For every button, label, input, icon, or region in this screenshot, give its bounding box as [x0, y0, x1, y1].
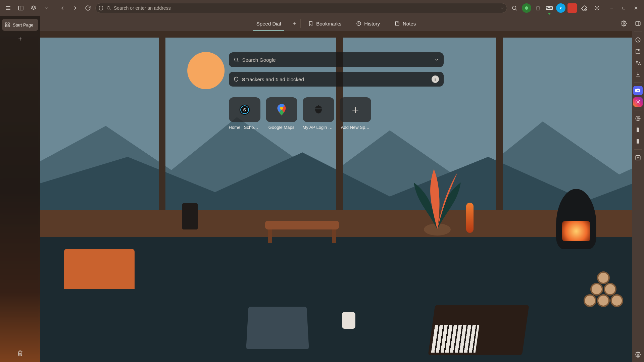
svg-point-8	[512, 6, 516, 10]
tracker-blocker-summary[interactable]: 8 trackers and 1 ad blocked i	[229, 72, 444, 87]
speed-dial-search[interactable]	[229, 52, 444, 67]
search-button[interactable]	[509, 3, 520, 13]
speed-dial-tile[interactable]: S Home | Schoology	[229, 97, 260, 130]
tab-start-page[interactable]: Start Page	[2, 19, 38, 31]
nav-forward-button[interactable]	[70, 3, 81, 13]
panel-settings[interactable]	[633, 350, 643, 359]
shield-icon	[98, 5, 104, 11]
ad-count: 1	[276, 76, 278, 82]
web-panel-instagram[interactable]	[633, 97, 643, 107]
blocker-mid2: ad blocked	[278, 76, 304, 82]
battery-badge: 91%	[546, 6, 553, 10]
speed-dial-tile[interactable]: Google Maps	[266, 97, 297, 130]
search-icon	[511, 5, 517, 11]
stack-icon	[31, 5, 37, 11]
extension-battery[interactable]: 91%	[545, 3, 554, 13]
extension-disabled[interactable]	[533, 3, 543, 13]
svg-rect-25	[8, 23, 9, 24]
menu-button[interactable]	[3, 3, 13, 13]
speaker-prop	[182, 203, 198, 229]
extensions-button[interactable]	[579, 3, 590, 13]
start-page-nav: Speed Dial Bookmarks History Notes	[40, 16, 632, 31]
plant-prop	[407, 162, 467, 236]
nav-speed-dial[interactable]: Speed Dial	[249, 16, 288, 31]
add-speed-dial[interactable]: ＋ Add New Sp…	[340, 97, 371, 130]
laptop-prop	[246, 307, 309, 349]
address-bar[interactable]: Search or enter an address	[95, 3, 507, 13]
panel-add[interactable]	[633, 153, 643, 162]
chevron-down-icon	[44, 6, 48, 10]
download-arrow-icon	[548, 13, 551, 15]
extension-green[interactable]	[522, 3, 531, 13]
nav-history[interactable]: History	[349, 16, 387, 31]
workspaces-button[interactable]	[28, 3, 39, 13]
panel-clock[interactable]	[633, 35, 643, 45]
panel-file-2[interactable]	[633, 137, 643, 146]
clock-icon	[356, 21, 361, 26]
svg-text:S: S	[243, 107, 246, 112]
reader-icon	[635, 115, 641, 121]
search-icon	[106, 6, 111, 10]
workspaces-dropdown[interactable]	[41, 3, 52, 13]
start-page-settings[interactable]	[618, 18, 629, 29]
nav-label: Notes	[403, 21, 416, 27]
window-controls	[606, 3, 641, 13]
plant-icon	[407, 162, 467, 236]
svg-point-35	[234, 58, 237, 61]
acorn-icon	[313, 105, 324, 115]
panel-file-1[interactable]	[633, 125, 643, 135]
chevron-down-icon[interactable]	[500, 6, 504, 10]
panel-downloads[interactable]	[633, 69, 643, 79]
blocker-info-button[interactable]: i	[432, 75, 439, 83]
gear-icon	[621, 20, 627, 27]
chevron-left-icon	[59, 5, 65, 11]
translate-icon	[635, 60, 641, 66]
svg-rect-26	[5, 25, 7, 27]
firewood-prop	[582, 272, 632, 309]
panel-reader[interactable]	[633, 114, 643, 123]
new-tab-button[interactable]	[15, 34, 26, 44]
search-input[interactable]	[242, 57, 431, 63]
svg-point-49	[637, 118, 639, 119]
keyboard-prop	[428, 305, 529, 355]
nav-notes[interactable]: Notes	[387, 16, 423, 31]
chevron-right-icon	[72, 5, 78, 11]
nav-bookmarks[interactable]: Bookmarks	[301, 16, 349, 31]
plus-icon: ＋	[350, 102, 361, 117]
svg-point-10	[525, 6, 528, 10]
sparkle-icon	[594, 5, 600, 11]
extension-shazam[interactable]	[556, 3, 565, 13]
maximize-icon	[622, 6, 626, 10]
blocker-mid1: trackers and	[245, 76, 276, 82]
close-button[interactable]	[631, 3, 641, 13]
nav-back-button[interactable]	[57, 3, 68, 13]
closed-tabs-button[interactable]	[15, 348, 26, 359]
svg-rect-42	[636, 21, 640, 25]
speed-dial-tile[interactable]: My AP Login – C…	[303, 97, 334, 130]
chair-prop	[64, 249, 135, 289]
panel-toggle-button[interactable]	[15, 3, 26, 13]
panel-notes[interactable]	[633, 47, 643, 56]
web-panel-discord[interactable]	[633, 86, 643, 95]
file-icon	[635, 127, 641, 133]
theme-button[interactable]	[592, 3, 602, 13]
schoology-icon: S	[239, 104, 250, 115]
svg-line-18	[595, 9, 596, 10]
svg-line-7	[110, 9, 111, 10]
svg-point-33	[623, 23, 625, 24]
panel-translate[interactable]	[633, 58, 643, 67]
panel-toggle[interactable]	[633, 19, 643, 28]
nav-add-group[interactable]	[288, 16, 300, 31]
extension-red[interactable]	[567, 3, 577, 13]
bookmark-icon	[308, 21, 313, 26]
address-placeholder: Search or enter an address	[114, 5, 497, 11]
reload-button[interactable]	[83, 3, 93, 13]
nav-label: Bookmarks	[316, 21, 341, 27]
svg-point-40	[280, 107, 283, 110]
note-icon	[635, 48, 641, 54]
dial-label: Home | Schoology	[229, 125, 260, 130]
minimize-button[interactable]	[606, 3, 617, 13]
svg-line-36	[237, 61, 238, 62]
maximize-button[interactable]	[618, 3, 629, 13]
chevron-down-icon[interactable]	[434, 57, 439, 62]
